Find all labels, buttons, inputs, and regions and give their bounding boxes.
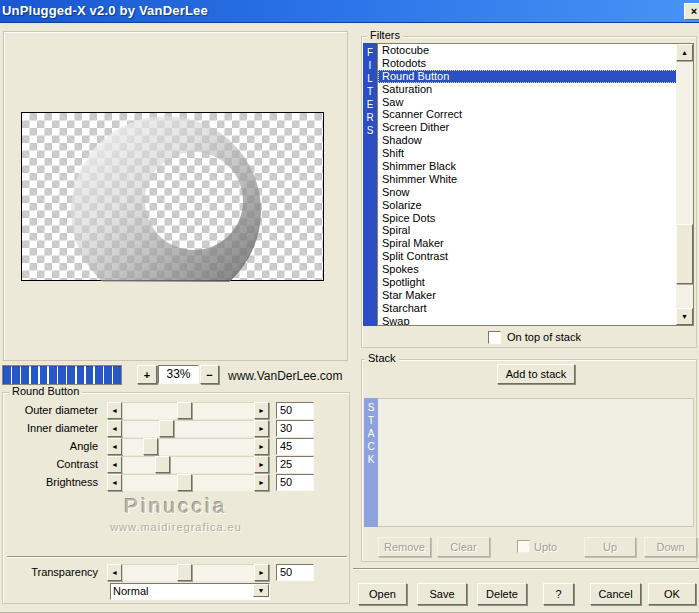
slider-contrast-track[interactable] — [122, 456, 254, 473]
filters-scrollbar[interactable]: ▲ ▼ — [676, 44, 693, 325]
slider-contrast-label: Contrast — [0, 458, 102, 470]
up-button[interactable]: Up — [584, 537, 636, 557]
filter-item-shimmer-black[interactable]: Shimmer Black — [378, 160, 693, 173]
filter-item-spotlight[interactable]: Spotlight — [378, 276, 693, 289]
slider-brightness-track[interactable] — [122, 474, 254, 491]
slider-angle-thumb[interactable] — [143, 438, 158, 455]
filter-item-solarize[interactable]: Solarize — [378, 199, 693, 212]
help-button[interactable]: ? — [543, 583, 574, 605]
slider-outer-diameter-increment-icon[interactable]: ► — [254, 402, 269, 419]
slider-angle-decrement-icon[interactable]: ◄ — [107, 438, 122, 455]
slider-angle-track[interactable] — [122, 438, 254, 455]
slider-brightness-decrement-icon[interactable]: ◄ — [107, 474, 122, 491]
add-to-stack-button[interactable]: Add to stack — [497, 364, 575, 384]
filter-item-saturation[interactable]: Saturation — [378, 83, 693, 96]
slider-inner-diameter-increment-icon[interactable]: ► — [254, 420, 269, 437]
filter-item-shimmer-white[interactable]: Shimmer White — [378, 173, 693, 186]
slider-outer-diameter-track[interactable] — [122, 402, 254, 419]
slider-brightness-value-field[interactable] — [276, 474, 314, 491]
filter-item-rotodots[interactable]: Rotodots — [378, 57, 693, 70]
filters-banner-letter: E — [367, 98, 374, 111]
filter-item-saw[interactable]: Saw — [378, 96, 693, 109]
filters-banner-letter: S — [367, 124, 374, 137]
scroll-up-icon[interactable]: ▲ — [676, 44, 693, 61]
ok-button[interactable]: OK — [648, 583, 696, 605]
filter-item-spice-dots[interactable]: Spice Dots — [378, 212, 693, 225]
filter-item-shadow[interactable]: Shadow — [378, 134, 693, 147]
slider-transparency-decrement-icon[interactable]: ◄ — [107, 564, 122, 581]
slider-transparency-increment-icon[interactable]: ► — [254, 564, 269, 581]
slider-contrast-increment-icon[interactable]: ► — [254, 456, 269, 473]
slider-angle-value-field[interactable] — [276, 438, 314, 455]
filters-list[interactable]: RotocubeRotodotsRound ButtonSaturationSa… — [377, 43, 694, 326]
slider-transparency-thumb[interactable] — [177, 564, 192, 581]
stack-group-label: Stack — [365, 352, 399, 364]
filter-item-scanner-correct[interactable]: Scanner Correct — [378, 108, 693, 121]
zoom-out-button[interactable]: − — [200, 365, 219, 384]
preview-image[interactable] — [21, 112, 324, 281]
slider-inner-diameter-label: Inner diameter — [0, 422, 102, 434]
filter-item-shift[interactable]: Shift — [378, 147, 693, 160]
scroll-down-icon[interactable]: ▼ — [676, 308, 693, 325]
upto-checkbox[interactable] — [517, 540, 530, 553]
slider-contrast-thumb[interactable] — [155, 456, 170, 473]
filter-item-starchart[interactable]: Starchart — [378, 302, 693, 315]
down-button[interactable]: Down — [644, 537, 697, 557]
stack-banner-letter: K — [368, 453, 375, 466]
slider-outer-diameter-label: Outer diameter — [0, 404, 102, 416]
zoom-level-value: 33% — [158, 365, 199, 384]
save-button[interactable]: Save — [417, 583, 467, 605]
zoom-in-button[interactable]: + — [137, 365, 157, 384]
filter-item-spiral[interactable]: Spiral — [378, 224, 693, 237]
title-bar[interactable]: UnPlugged-X v2.0 by VanDerLee × — [0, 0, 699, 23]
scrollbar-thumb[interactable] — [676, 224, 693, 284]
slider-brightness-thumb[interactable] — [177, 474, 192, 491]
on-top-of-stack-checkbox[interactable] — [488, 331, 501, 344]
slider-angle-row: Angle◄► — [0, 437, 320, 455]
slider-inner-diameter-row: Inner diameter◄► — [0, 419, 320, 437]
slider-contrast-row: Contrast◄► — [0, 455, 320, 473]
slider-inner-diameter-track[interactable] — [122, 420, 254, 437]
delete-button[interactable]: Delete — [477, 583, 527, 605]
vendor-website-link[interactable]: www.VanDerLee.com — [228, 369, 343, 383]
filter-item-spiral-maker[interactable]: Spiral Maker — [378, 237, 693, 250]
chevron-down-icon[interactable]: ▼ — [253, 584, 269, 597]
filter-item-split-contrast[interactable]: Split Contrast — [378, 250, 693, 263]
on-top-of-stack-label: On top of stack — [507, 331, 581, 343]
filter-item-swap[interactable]: Swap — [378, 315, 693, 326]
blend-mode-select[interactable]: Normal ▼ — [110, 583, 270, 600]
slider-outer-diameter-row: Outer diameter◄► — [0, 401, 320, 419]
stack-list[interactable] — [378, 398, 694, 527]
clear-button[interactable]: Clear — [437, 537, 490, 557]
upto-label: Upto — [534, 541, 557, 553]
slider-inner-diameter-value-field[interactable] — [276, 420, 314, 437]
render-progress-bar — [2, 365, 122, 385]
filter-item-spokes[interactable]: Spokes — [378, 263, 693, 276]
close-icon[interactable]: × — [684, 3, 699, 20]
open-button[interactable]: Open — [358, 583, 407, 605]
slider-contrast-value-field[interactable] — [276, 456, 314, 473]
slider-inner-diameter-decrement-icon[interactable]: ◄ — [107, 420, 122, 437]
slider-outer-diameter-value-field[interactable] — [276, 402, 314, 419]
slider-outer-diameter-thumb[interactable] — [177, 402, 192, 419]
filter-item-screen-dither[interactable]: Screen Dither — [378, 121, 693, 134]
slider-transparency-value-field[interactable] — [276, 564, 314, 581]
slider-angle-label: Angle — [0, 440, 102, 452]
slider-contrast-decrement-icon[interactable]: ◄ — [107, 456, 122, 473]
filters-banner-letter: R — [366, 111, 373, 124]
filters-side-banner: FILTERS — [363, 43, 377, 326]
slider-transparency-track[interactable] — [122, 564, 254, 581]
slider-outer-diameter-decrement-icon[interactable]: ◄ — [107, 402, 122, 419]
filter-item-round-button[interactable]: Round Button — [378, 70, 693, 83]
slider-brightness-increment-icon[interactable]: ► — [254, 474, 269, 491]
slider-inner-diameter-thumb[interactable] — [159, 420, 174, 437]
remove-button[interactable]: Remove — [378, 537, 431, 557]
slider-angle-increment-icon[interactable]: ► — [254, 438, 269, 455]
cancel-button[interactable]: Cancel — [590, 583, 641, 605]
filter-item-rotocube[interactable]: Rotocube — [378, 44, 693, 57]
slider-transparency-label: Transparency — [0, 566, 102, 578]
filters-banner-letter: L — [367, 72, 373, 85]
stack-banner-letter: S — [368, 401, 375, 414]
filter-item-snow[interactable]: Snow — [378, 186, 693, 199]
filter-item-star-maker[interactable]: Star Maker — [378, 289, 693, 302]
